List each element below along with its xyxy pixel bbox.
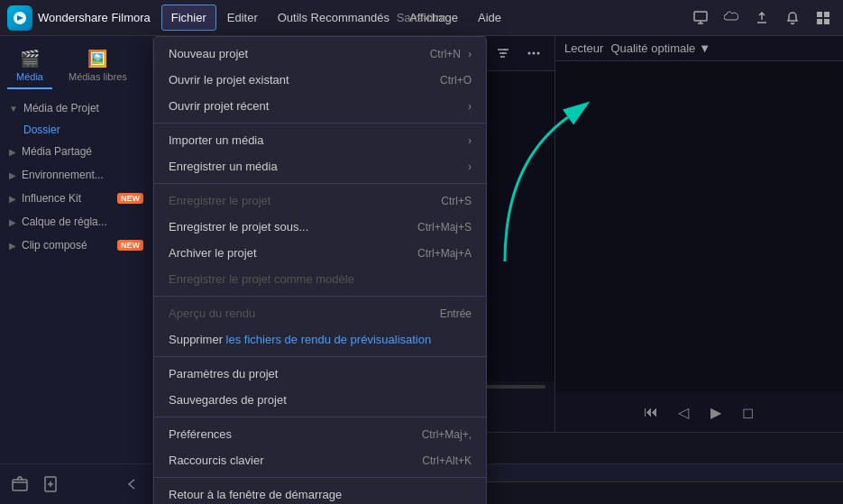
app-name: Wondershare Filmora (38, 11, 151, 24)
menu-aide[interactable]: Aide (469, 5, 510, 30)
more-options-icon[interactable] (522, 41, 545, 65)
grid-icon[interactable] (811, 5, 836, 31)
menu-enregistrer-modele: Enregistrer le projet comme modèle (154, 266, 486, 292)
group-calque: ▶ Calque de régla... (0, 210, 152, 234)
rv-stop[interactable]: ◻ (736, 399, 761, 425)
sep-2 (154, 183, 486, 184)
rv-play-back[interactable]: ◁ (671, 399, 696, 425)
add-file-icon[interactable] (38, 472, 63, 497)
group-calque-header[interactable]: ▶ Calque de régla... (0, 210, 152, 234)
chevron-right-icon-inf: ▶ (9, 194, 16, 204)
enregistrer-sous-label: Enregistrer le projet sous... (169, 220, 308, 234)
enregistrer-modele-label: Enregistrer le projet comme modèle (169, 272, 354, 286)
group-environnement-header[interactable]: ▶ Environnement... (0, 163, 152, 187)
menu-nouveau-projet[interactable]: Nouveau projet Ctrl+N› (154, 41, 486, 67)
sidebar-bottom (0, 463, 152, 504)
window-title: Sans-titre (397, 11, 447, 24)
menu-sauvegardes[interactable]: Sauvegardes de projet (154, 387, 486, 413)
sidebar-groups: ▼ Média de Projet Dossier ▶ Média Partag… (0, 89, 152, 264)
menu-outils[interactable]: Outils Recommandés (269, 5, 399, 30)
viewer-top-bar: Lecteur Qualité optimale ▼ (555, 36, 843, 61)
sep-1 (154, 123, 486, 124)
menu-parametres[interactable]: Paramètres du projet (154, 361, 486, 387)
archiver-shortcut: Ctrl+Maj+A (417, 247, 472, 260)
sep-4 (154, 356, 486, 357)
nouveau-projet-shortcut: Ctrl+N› (430, 48, 472, 60)
menu-editer[interactable]: Editer (218, 5, 267, 30)
chevron-right-icon-clip: ▶ (9, 241, 16, 251)
preferences-label: Préférences (169, 427, 232, 441)
group-influence-kit-header[interactable]: ▶ Influence Kit NEW (0, 187, 152, 210)
quality-select[interactable]: Qualité optimale ▼ (610, 41, 710, 55)
importer-media-arrow: › (468, 134, 472, 147)
add-folder-icon[interactable] (7, 472, 32, 497)
raccourcis-label: Raccourcis clavier (169, 454, 263, 467)
group-media-projet-header[interactable]: ▼ Média de Projet (0, 96, 152, 120)
group-media-partage-header[interactable]: ▶ Média Partagé (0, 140, 152, 163)
app-logo-icon (7, 5, 32, 31)
app-logo: Wondershare Filmora (7, 5, 151, 31)
menu-importer-media[interactable]: Importer un média › (154, 127, 486, 153)
viewer-right: Lecteur Qualité optimale ▼ ⏮ ◁ ▶ ◻ (554, 36, 843, 432)
tab-medias-libres[interactable]: 🖼️ Médias libres (60, 43, 136, 89)
tab-media-label: Média (16, 71, 43, 82)
bell-icon[interactable] (780, 5, 805, 31)
ouvrir-recent-arrow: › (468, 100, 472, 113)
menu-raccourcis[interactable]: Raccourcis clavier Ctrl+Alt+K (154, 447, 486, 473)
group-media-partage-label: Média Partagé (22, 145, 92, 158)
filter-icon[interactable] (491, 41, 515, 65)
group-media-projet: ▼ Média de Projet Dossier (0, 96, 152, 140)
group-influence-kit-label: Influence Kit (22, 192, 81, 205)
rv-play[interactable]: ▶ (703, 399, 728, 425)
quality-chevron: ▼ (699, 41, 710, 55)
sep-5 (154, 417, 486, 417)
enregistrer-sous-shortcut: Ctrl+Maj+S (417, 221, 472, 234)
group-media-projet-label: Média de Projet (23, 102, 99, 115)
menu-fichier[interactable]: Fichier (161, 5, 216, 31)
group-environnement: ▶ Environnement... (0, 163, 152, 187)
menu-enregistrer-sous[interactable]: Enregistrer le projet sous... Ctrl+Maj+S (154, 214, 486, 240)
svg-rect-5 (824, 19, 829, 24)
svg-rect-3 (824, 12, 829, 17)
right-viewer-controls: ⏮ ◁ ▶ ◻ (555, 392, 843, 432)
svg-point-8 (528, 52, 531, 55)
sep-3 (154, 296, 486, 297)
group-media-partage: ▶ Média Partagé (0, 140, 152, 163)
svg-rect-2 (817, 12, 822, 17)
menu-retour-demarrage[interactable]: Retour à la fenêtre de démarrage (154, 481, 486, 504)
group-clip-compose: ▶ Clip composé NEW (0, 234, 152, 257)
collapse-icon[interactable] (120, 472, 145, 497)
chevron-right-icon: ▶ (9, 147, 16, 157)
tab-medias-libres-label: Médias libres (69, 71, 127, 82)
rv-step-back[interactable]: ⏮ (638, 399, 664, 425)
save-cloud-icon[interactable] (719, 5, 744, 31)
preferences-shortcut: Ctrl+Maj+, (422, 428, 472, 441)
chevron-right-icon-env: ▶ (9, 170, 16, 180)
menu-enregistrer-media[interactable]: Enregistrer un média › (154, 153, 486, 179)
group-clip-compose-header[interactable]: ▶ Clip composé NEW (0, 234, 152, 257)
menu-supprimer-fichiers[interactable]: Supprimer les fichiers de rendu de prévi… (154, 326, 486, 353)
chevron-down-icon: ▼ (9, 104, 18, 114)
ouvrir-recent-label: Ouvrir projet récent (169, 99, 269, 113)
menu-ouvrir-existant[interactable]: Ouvrir le projet existant Ctrl+O (154, 67, 486, 93)
upload-icon[interactable] (749, 5, 774, 31)
fichier-dropdown: Nouveau projet Ctrl+N› Ouvrir le projet … (153, 36, 487, 504)
menu-archiver[interactable]: Archiver le projet Ctrl+Maj+A (154, 240, 486, 266)
quality-label: Qualité optimale (610, 41, 695, 55)
svg-rect-6 (13, 480, 27, 490)
menu-ouvrir-recent[interactable]: Ouvrir projet récent › (154, 93, 486, 119)
retour-demarrage-label: Retour à la fenêtre de démarrage (169, 488, 342, 501)
influence-kit-badge: NEW (117, 193, 143, 204)
monitor-icon[interactable] (688, 5, 713, 31)
medias-libres-tab-icon: 🖼️ (87, 49, 107, 69)
chevron-right-icon-cal: ▶ (9, 217, 16, 227)
ouvrir-existant-label: Ouvrir le projet existant (169, 73, 289, 87)
menu-preferences[interactable]: Préférences Ctrl+Maj+, (154, 421, 486, 447)
top-bar-right: Sans-titre (688, 5, 836, 31)
menu-enregistrer-projet: Enregistrer le projet Ctrl+S (154, 188, 486, 214)
tab-media[interactable]: 🎬 Média (7, 43, 52, 89)
top-bar: Wondershare Filmora Fichier Editer Outil… (0, 0, 843, 36)
parametres-label: Paramètres du projet (169, 367, 278, 380)
importer-media-label: Importer un média (169, 133, 264, 147)
dossier-label[interactable]: Dossier (0, 120, 152, 140)
